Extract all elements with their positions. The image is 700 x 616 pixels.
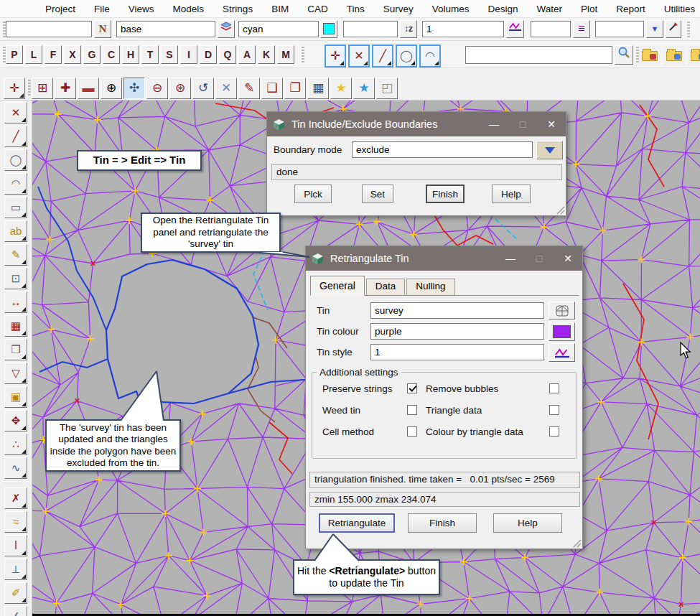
menu-models[interactable]: Models bbox=[164, 1, 214, 17]
snap-line-icon[interactable]: ╱ bbox=[372, 45, 393, 67]
delete-tool-icon[interactable]: ✕ bbox=[4, 102, 27, 123]
tools-folder-icon[interactable] bbox=[688, 45, 700, 65]
menu-report[interactable]: Report bbox=[607, 1, 655, 17]
checkbox-weed-tin[interactable] bbox=[407, 405, 417, 415]
checkbox-colour-by-triangle-data[interactable] bbox=[549, 426, 559, 437]
filter-s-button[interactable]: S bbox=[161, 45, 178, 64]
eyedropper-icon[interactable] bbox=[666, 20, 681, 38]
menu-utilities[interactable]: Utilities bbox=[655, 1, 700, 17]
zoom-out-icon[interactable]: ▬ bbox=[78, 78, 99, 99]
filter-d-button[interactable]: D bbox=[200, 45, 217, 64]
filter-g-button[interactable]: G bbox=[83, 45, 101, 64]
arc-tool-icon[interactable]: ◠ bbox=[4, 173, 27, 195]
settings-folder-icon[interactable] bbox=[663, 45, 685, 65]
dropdown-arrow-icon[interactable]: ▼ bbox=[646, 20, 663, 38]
cascade-windows-icon[interactable]: ⊞ bbox=[32, 78, 53, 99]
filter-m-button[interactable]: M bbox=[277, 45, 294, 64]
boundary-mode-dropdown-icon[interactable] bbox=[536, 141, 563, 159]
filter-k-button[interactable]: K bbox=[258, 45, 275, 64]
model-layers-icon[interactable] bbox=[218, 20, 235, 38]
menu-tins[interactable]: Tins bbox=[337, 1, 374, 17]
tab-general[interactable]: General bbox=[310, 276, 365, 296]
filter-h-button[interactable]: H bbox=[122, 45, 139, 64]
menu-plot[interactable]: Plot bbox=[571, 1, 607, 17]
filter-f-button[interactable]: F bbox=[45, 45, 62, 64]
height-input[interactable] bbox=[343, 21, 398, 37]
help-button[interactable]: Help bbox=[492, 185, 531, 203]
colour-input[interactable] bbox=[238, 21, 319, 37]
linestyle-icon[interactable]: ≡ bbox=[573, 20, 590, 38]
line-tool-icon[interactable]: ╱ bbox=[4, 126, 27, 147]
zoom-previous-icon[interactable]: ⊖ bbox=[146, 78, 168, 99]
snap-circle-icon[interactable]: ◯ bbox=[396, 45, 417, 67]
pan-icon[interactable]: ✣ bbox=[123, 78, 145, 99]
linestyle-input[interactable] bbox=[531, 21, 571, 37]
set-button[interactable]: Set bbox=[362, 185, 393, 203]
checkbox-remove-bubbles[interactable] bbox=[549, 383, 559, 393]
table-tool-icon[interactable]: ▦ bbox=[4, 315, 27, 337]
models-folder-icon[interactable] bbox=[639, 45, 661, 65]
menu-design[interactable]: Design bbox=[479, 1, 528, 17]
plot-icon[interactable]: ❑ bbox=[261, 78, 283, 99]
resize-grip-icon[interactable] bbox=[571, 538, 582, 548]
tin-style-toolbar-icon[interactable] bbox=[506, 20, 524, 38]
dialog-titlebar[interactable]: Tin Include/Exclude Boundaries — □ ✕ bbox=[267, 112, 566, 136]
redraw-brush-icon[interactable]: ✎ bbox=[238, 78, 260, 99]
tin-style-icon[interactable] bbox=[549, 343, 575, 362]
filter-a-button[interactable]: A bbox=[238, 45, 256, 64]
menu-strings[interactable]: Strings bbox=[213, 1, 262, 17]
curve-tool-icon[interactable]: ≈ bbox=[4, 511, 27, 533]
minimize-icon[interactable]: — bbox=[480, 118, 508, 130]
menu-volumes[interactable]: Volumes bbox=[423, 1, 479, 17]
retriangulate-button[interactable]: Retriangulate bbox=[319, 513, 395, 533]
toolbar-grip[interactable] bbox=[28, 80, 31, 97]
zoom-window-icon[interactable]: ⊛ bbox=[169, 78, 191, 99]
delete-view-icon[interactable]: ✕ bbox=[215, 78, 237, 99]
tab-nulling[interactable]: Nulling bbox=[406, 279, 454, 295]
menu-water[interactable]: Water bbox=[528, 1, 572, 17]
toolbar-grip[interactable] bbox=[302, 47, 304, 64]
name-input[interactable] bbox=[6, 21, 92, 37]
angle-tool-icon[interactable]: ∠ bbox=[4, 606, 27, 616]
colour-swatch-button[interactable] bbox=[320, 20, 337, 38]
filter-l-button[interactable]: L bbox=[25, 45, 42, 64]
filter-i-button[interactable]: I bbox=[180, 45, 197, 64]
text-tool-icon[interactable]: ab bbox=[4, 220, 27, 242]
copy-view-icon[interactable]: ❐ bbox=[284, 78, 306, 99]
menu-file[interactable]: File bbox=[85, 1, 119, 17]
toolbar-grip[interactable] bbox=[687, 22, 690, 39]
checkbox-cell-method[interactable] bbox=[407, 426, 417, 437]
dialog-titlebar[interactable]: Retriangulate Tin — □ ✕ bbox=[306, 246, 582, 271]
name-box-icon[interactable]: N bbox=[94, 20, 111, 38]
menu-views[interactable]: Views bbox=[119, 1, 164, 17]
close-icon[interactable]: ✕ bbox=[554, 253, 582, 264]
snap-point-icon[interactable]: ✛ bbox=[325, 45, 346, 67]
annotate-tool-icon[interactable]: ✐ bbox=[4, 582, 27, 604]
menu-survey[interactable]: Survey bbox=[374, 1, 423, 17]
search-input[interactable] bbox=[465, 46, 612, 64]
extra-input[interactable] bbox=[595, 21, 644, 37]
menu-cad[interactable]: CAD bbox=[298, 1, 337, 17]
menu-project[interactable]: Project bbox=[36, 1, 85, 17]
boundary-mode-input[interactable] bbox=[352, 141, 533, 158]
favourite-star-icon[interactable]: ★ bbox=[330, 78, 352, 99]
corner-window-icon[interactable]: ◰ bbox=[376, 78, 398, 99]
finish-button[interactable]: Finish bbox=[426, 185, 465, 203]
grid-icon[interactable]: ▦ bbox=[307, 78, 329, 99]
fit-view-icon[interactable]: ⊕ bbox=[101, 78, 122, 99]
text-insert-tool-icon[interactable]: Ⅰ bbox=[4, 535, 27, 556]
filter-x-button[interactable]: X bbox=[64, 45, 81, 64]
resize-grip-icon[interactable] bbox=[555, 205, 565, 215]
filter-q-button[interactable]: Q bbox=[219, 45, 236, 64]
points-tool-icon[interactable]: ∴ bbox=[4, 434, 27, 455]
shared-star-icon[interactable]: ★ bbox=[353, 78, 375, 99]
zoom-in-icon[interactable]: ✚ bbox=[55, 78, 76, 99]
image-tool-icon[interactable]: ▣ bbox=[4, 386, 27, 408]
tab-data[interactable]: Data bbox=[366, 279, 406, 295]
profile-tool-icon[interactable]: ∿ bbox=[4, 457, 27, 479]
measure-tool-icon[interactable]: ↔ bbox=[4, 291, 27, 313]
maximize-icon[interactable]: □ bbox=[525, 253, 554, 264]
help-button[interactable]: Help bbox=[493, 513, 562, 533]
rectangle-tool-icon[interactable]: ▭ bbox=[4, 197, 27, 218]
pick-button[interactable]: Pick bbox=[294, 185, 332, 203]
